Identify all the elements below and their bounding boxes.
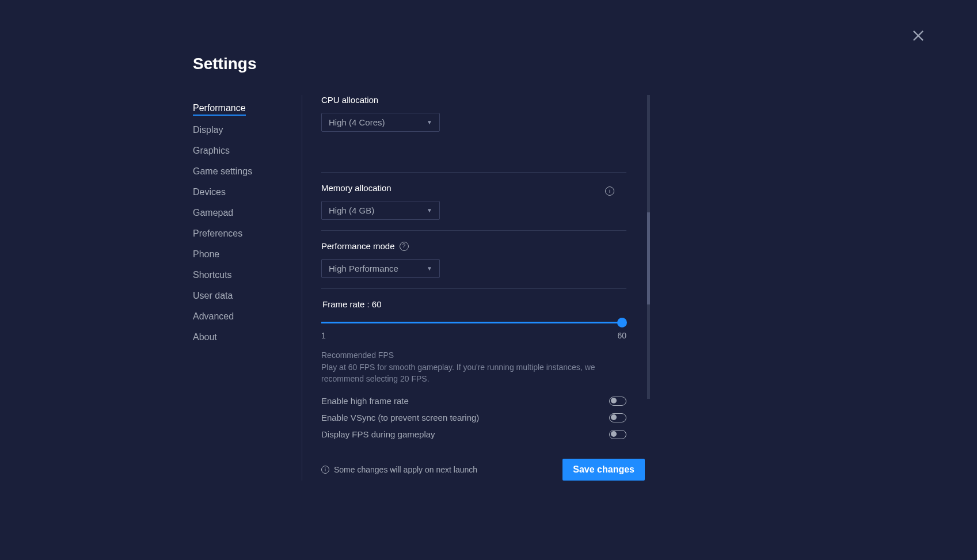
frame-rate-slider[interactable] [321, 317, 626, 329]
toggle-label-display-fps: Display FPS during gameplay [321, 429, 435, 439]
sidebar-item-shortcuts[interactable]: Shortcuts [193, 266, 232, 284]
info-icon: i [321, 466, 329, 474]
toggle-knob [611, 398, 617, 403]
toggle-label-vsync: Enable VSync (to prevent screen tearing) [321, 413, 479, 422]
frame-rate-value: 60 [372, 299, 382, 309]
sidebar-item-phone[interactable]: Phone [193, 246, 219, 263]
perf-mode-label-row: Performance mode ? [321, 241, 648, 251]
frame-rate-label: Frame rate : 60 [322, 299, 648, 309]
close-icon[interactable] [910, 28, 926, 44]
perf-mode-label: Performance mode [321, 241, 395, 251]
sidebar-item-user-data[interactable]: User data [193, 287, 233, 304]
toggle-high-frame[interactable] [609, 397, 626, 406]
toggle-display-fps[interactable] [609, 430, 626, 439]
chevron-down-icon: ▼ [427, 207, 432, 214]
slider-max: 60 [617, 331, 626, 340]
divider [321, 172, 626, 173]
sidebar-item-advanced[interactable]: Advanced [193, 308, 234, 325]
cpu-section: CPU allocation High (4 Cores) ▼ [321, 95, 648, 149]
footer-note: i Some changes will apply on next launch [321, 465, 477, 474]
settings-sidebar: Performance Display Graphics Game settin… [193, 95, 302, 481]
chevron-down-icon: ▼ [427, 119, 432, 125]
toggle-vsync[interactable] [609, 413, 626, 422]
memory-label: Memory allocation [321, 183, 648, 193]
perf-mode-dropdown-value: High Performance [329, 264, 398, 273]
sidebar-item-performance[interactable]: Performance [193, 100, 246, 116]
toggle-knob [611, 431, 617, 437]
memory-section: Memory allocation i High (4 GB) ▼ [321, 183, 648, 230]
perf-mode-dropdown[interactable]: High Performance ▼ [321, 259, 440, 278]
footer-note-text: Some changes will apply on next launch [334, 465, 477, 474]
info-icon[interactable]: i [605, 186, 614, 196]
help-icon[interactable]: ? [400, 242, 409, 251]
toggle-label-high-frame: Enable high frame rate [321, 396, 409, 406]
sidebar-item-gamepad[interactable]: Gamepad [193, 204, 233, 222]
chevron-down-icon: ▼ [427, 265, 432, 272]
recommended-fps-text: Play at 60 FPS for smooth gameplay. If y… [321, 362, 626, 384]
cpu-dropdown[interactable]: High (4 Cores) ▼ [321, 113, 440, 132]
sidebar-item-about[interactable]: About [193, 329, 217, 346]
slider-handle[interactable] [617, 318, 627, 327]
divider [321, 288, 626, 289]
toggle-knob [611, 414, 617, 420]
sidebar-item-devices[interactable]: Devices [193, 184, 226, 201]
frame-rate-section: Frame rate : 60 1 60 Recommended FPS Pla… [321, 299, 648, 439]
save-button[interactable]: Save changes [562, 459, 645, 481]
divider [321, 230, 626, 231]
memory-dropdown-value: High (4 GB) [329, 205, 374, 215]
slider-min: 1 [321, 331, 326, 340]
slider-track [321, 322, 626, 323]
sidebar-item-game-settings[interactable]: Game settings [193, 163, 252, 180]
sidebar-item-display[interactable]: Display [193, 121, 223, 139]
page-title: Settings [193, 55, 648, 73]
performance-mode-section: Performance mode ? High Performance ▼ [321, 241, 648, 288]
recommended-fps-title: Recommended FPS [321, 351, 648, 360]
memory-dropdown[interactable]: High (4 GB) ▼ [321, 201, 440, 220]
sidebar-item-graphics[interactable]: Graphics [193, 142, 230, 159]
cpu-dropdown-value: High (4 Cores) [329, 117, 385, 127]
sidebar-item-preferences[interactable]: Preferences [193, 225, 242, 242]
cpu-label: CPU allocation [321, 95, 648, 105]
